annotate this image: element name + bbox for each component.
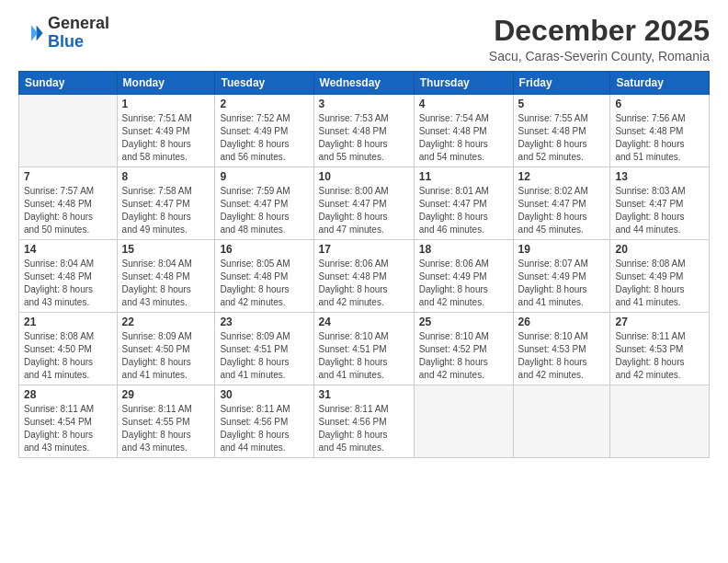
day-info: Sunrise: 8:09 AMSunset: 4:51 PMDaylight:… (220, 330, 308, 382)
page: General Blue December 2025 Sacu, Caras-S… (0, 0, 728, 563)
calendar-day-header: Sunday (19, 72, 118, 95)
calendar-day-cell: 21Sunrise: 8:08 AMSunset: 4:50 PMDayligh… (19, 313, 118, 385)
day-info: Sunrise: 8:03 AMSunset: 4:47 PMDaylight:… (615, 185, 704, 236)
calendar-day-cell: 18Sunrise: 8:06 AMSunset: 4:49 PMDayligh… (414, 240, 513, 313)
calendar-day-header: Friday (513, 72, 610, 95)
day-number: 29 (122, 388, 210, 401)
calendar-day-cell: 23Sunrise: 8:09 AMSunset: 4:51 PMDayligh… (215, 313, 313, 385)
day-info: Sunrise: 7:59 AMSunset: 4:47 PMDaylight:… (220, 185, 308, 236)
calendar-day-cell (610, 385, 710, 458)
calendar-day-cell: 15Sunrise: 8:04 AMSunset: 4:48 PMDayligh… (117, 240, 215, 313)
calendar-day-cell: 9Sunrise: 7:59 AMSunset: 4:47 PMDaylight… (215, 167, 313, 240)
day-number: 5 (518, 98, 606, 110)
day-number: 26 (518, 316, 606, 328)
day-number: 1 (122, 98, 210, 110)
calendar-week-row: 28Sunrise: 8:11 AMSunset: 4:54 PMDayligh… (19, 385, 710, 458)
logo-icon (18, 20, 44, 46)
day-info: Sunrise: 8:11 AMSunset: 4:56 PMDaylight:… (220, 403, 308, 454)
calendar-day-cell: 14Sunrise: 8:04 AMSunset: 4:48 PMDayligh… (19, 240, 118, 313)
day-number: 19 (518, 243, 606, 256)
day-info: Sunrise: 8:11 AMSunset: 4:55 PMDaylight:… (122, 403, 210, 454)
subtitle: Sacu, Caras-Severin County, Romania (489, 49, 710, 63)
calendar-day-header: Wednesday (313, 72, 414, 95)
calendar-day-cell: 10Sunrise: 8:00 AMSunset: 4:47 PMDayligh… (313, 167, 414, 240)
day-number: 23 (220, 316, 308, 328)
day-info: Sunrise: 8:09 AMSunset: 4:50 PMDaylight:… (122, 330, 210, 382)
day-number: 4 (419, 98, 508, 110)
calendar-day-cell: 16Sunrise: 8:05 AMSunset: 4:48 PMDayligh… (215, 240, 313, 313)
day-info: Sunrise: 8:04 AMSunset: 4:48 PMDaylight:… (122, 258, 210, 309)
calendar-day-cell: 24Sunrise: 8:10 AMSunset: 4:51 PMDayligh… (313, 313, 414, 385)
calendar-day-cell (513, 385, 610, 458)
calendar-day-cell: 3Sunrise: 7:53 AMSunset: 4:48 PMDaylight… (313, 95, 414, 167)
day-info: Sunrise: 7:51 AMSunset: 4:49 PMDaylight:… (122, 112, 210, 164)
main-title: December 2025 (489, 15, 710, 47)
calendar-day-cell: 11Sunrise: 8:01 AMSunset: 4:47 PMDayligh… (414, 167, 513, 240)
calendar: SundayMondayTuesdayWednesdayThursdayFrid… (18, 71, 710, 458)
day-number: 3 (319, 98, 409, 110)
calendar-day-cell: 17Sunrise: 8:06 AMSunset: 4:48 PMDayligh… (313, 240, 414, 313)
day-number: 28 (24, 388, 112, 401)
calendar-day-cell: 26Sunrise: 8:10 AMSunset: 4:53 PMDayligh… (513, 313, 610, 385)
day-number: 24 (319, 316, 409, 328)
calendar-day-cell: 2Sunrise: 7:52 AMSunset: 4:49 PMDaylight… (215, 95, 313, 167)
day-info: Sunrise: 8:01 AMSunset: 4:47 PMDaylight:… (419, 185, 508, 236)
calendar-week-row: 14Sunrise: 8:04 AMSunset: 4:48 PMDayligh… (19, 240, 710, 313)
day-info: Sunrise: 7:56 AMSunset: 4:48 PMDaylight:… (615, 112, 704, 164)
day-info: Sunrise: 7:57 AMSunset: 4:48 PMDaylight:… (24, 185, 112, 236)
day-info: Sunrise: 8:04 AMSunset: 4:48 PMDaylight:… (24, 258, 112, 309)
day-number: 25 (419, 316, 508, 328)
calendar-header-row: SundayMondayTuesdayWednesdayThursdayFrid… (19, 72, 710, 95)
day-info: Sunrise: 8:06 AMSunset: 4:49 PMDaylight:… (419, 258, 508, 309)
calendar-day-cell: 12Sunrise: 8:02 AMSunset: 4:47 PMDayligh… (513, 167, 610, 240)
logo-text: General Blue (48, 15, 109, 52)
day-info: Sunrise: 8:02 AMSunset: 4:47 PMDaylight:… (518, 185, 606, 236)
calendar-week-row: 21Sunrise: 8:08 AMSunset: 4:50 PMDayligh… (19, 313, 710, 385)
day-number: 10 (319, 170, 409, 183)
logo: General Blue (18, 15, 109, 52)
day-info: Sunrise: 8:10 AMSunset: 4:52 PMDaylight:… (419, 330, 508, 382)
calendar-day-cell: 8Sunrise: 7:58 AMSunset: 4:47 PMDaylight… (117, 167, 215, 240)
day-number: 15 (122, 243, 210, 256)
calendar-day-cell: 13Sunrise: 8:03 AMSunset: 4:47 PMDayligh… (610, 167, 710, 240)
day-info: Sunrise: 7:58 AMSunset: 4:47 PMDaylight:… (122, 185, 210, 236)
calendar-day-cell (414, 385, 513, 458)
day-info: Sunrise: 8:08 AMSunset: 4:49 PMDaylight:… (615, 258, 704, 309)
calendar-day-cell: 1Sunrise: 7:51 AMSunset: 4:49 PMDaylight… (117, 95, 215, 167)
title-block: December 2025 Sacu, Caras-Severin County… (489, 15, 710, 63)
day-info: Sunrise: 8:05 AMSunset: 4:48 PMDaylight:… (220, 258, 308, 309)
day-number: 31 (319, 388, 409, 401)
calendar-day-header: Monday (117, 72, 215, 95)
day-number: 18 (419, 243, 508, 256)
calendar-day-cell (19, 95, 118, 167)
calendar-week-row: 7Sunrise: 7:57 AMSunset: 4:48 PMDaylight… (19, 167, 710, 240)
day-number: 17 (319, 243, 409, 256)
header: General Blue December 2025 Sacu, Caras-S… (18, 15, 710, 63)
day-info: Sunrise: 8:11 AMSunset: 4:53 PMDaylight:… (615, 330, 704, 382)
calendar-day-cell: 28Sunrise: 8:11 AMSunset: 4:54 PMDayligh… (19, 385, 118, 458)
day-number: 6 (615, 98, 704, 110)
day-info: Sunrise: 8:10 AMSunset: 4:51 PMDaylight:… (319, 330, 409, 382)
calendar-day-header: Thursday (414, 72, 513, 95)
day-info: Sunrise: 7:55 AMSunset: 4:48 PMDaylight:… (518, 112, 606, 164)
calendar-day-header: Tuesday (215, 72, 313, 95)
day-info: Sunrise: 8:11 AMSunset: 4:56 PMDaylight:… (319, 403, 409, 454)
day-number: 27 (615, 316, 704, 328)
day-number: 7 (24, 170, 112, 183)
day-number: 13 (615, 170, 704, 183)
day-number: 20 (615, 243, 704, 256)
calendar-day-cell: 30Sunrise: 8:11 AMSunset: 4:56 PMDayligh… (215, 385, 313, 458)
calendar-week-row: 1Sunrise: 7:51 AMSunset: 4:49 PMDaylight… (19, 95, 710, 167)
day-number: 16 (220, 243, 308, 256)
calendar-day-cell: 20Sunrise: 8:08 AMSunset: 4:49 PMDayligh… (610, 240, 710, 313)
day-number: 9 (220, 170, 308, 183)
calendar-day-cell: 6Sunrise: 7:56 AMSunset: 4:48 PMDaylight… (610, 95, 710, 167)
day-info: Sunrise: 8:11 AMSunset: 4:54 PMDaylight:… (24, 403, 112, 454)
day-info: Sunrise: 7:54 AMSunset: 4:48 PMDaylight:… (419, 112, 508, 164)
calendar-day-cell: 7Sunrise: 7:57 AMSunset: 4:48 PMDaylight… (19, 167, 118, 240)
day-number: 30 (220, 388, 308, 401)
calendar-day-cell: 4Sunrise: 7:54 AMSunset: 4:48 PMDaylight… (414, 95, 513, 167)
calendar-day-cell: 25Sunrise: 8:10 AMSunset: 4:52 PMDayligh… (414, 313, 513, 385)
day-info: Sunrise: 8:08 AMSunset: 4:50 PMDaylight:… (24, 330, 112, 382)
calendar-day-cell: 29Sunrise: 8:11 AMSunset: 4:55 PMDayligh… (117, 385, 215, 458)
